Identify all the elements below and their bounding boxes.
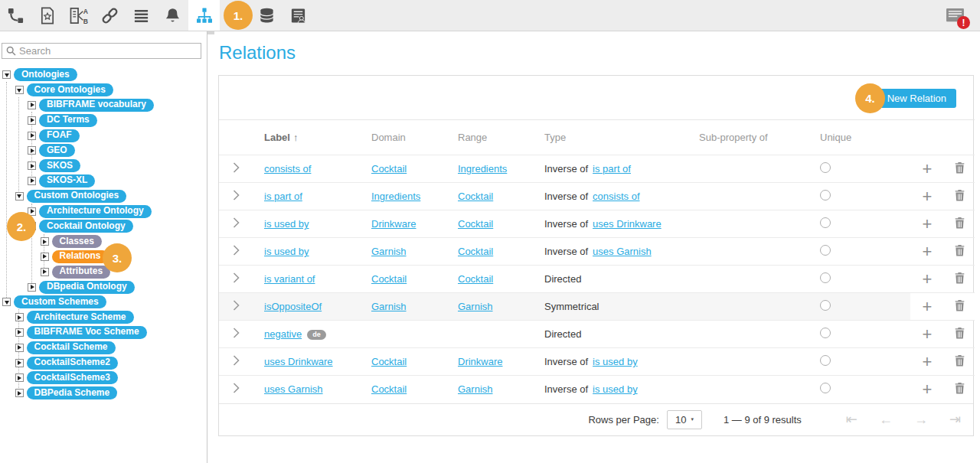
- next-page-button[interactable]: →: [914, 412, 928, 426]
- relation-label-link[interactable]: uses Drinkware: [264, 356, 333, 367]
- domain-link[interactable]: Garnish: [371, 246, 407, 257]
- row-expand-icon[interactable]: [233, 217, 240, 228]
- add-icon[interactable]: +: [923, 324, 933, 344]
- expand-icon[interactable]: [41, 268, 49, 276]
- search-input[interactable]: [19, 45, 197, 57]
- relation-label-link[interactable]: is variant of: [264, 273, 315, 285]
- rename-compare-icon[interactable]: AB: [63, 0, 94, 31]
- trash-icon[interactable]: [955, 272, 965, 284]
- row-expand-icon[interactable]: [233, 190, 240, 201]
- flow-connection-icon[interactable]: [0, 0, 31, 31]
- collapse-icon[interactable]: [15, 86, 24, 94]
- relation-label-link[interactable]: consists of: [264, 163, 311, 174]
- unique-radio[interactable]: [820, 217, 831, 228]
- tree-node-bibframe-voc-scheme[interactable]: BIBFRAME Voc Scheme: [27, 326, 147, 339]
- inverse-relation-link[interactable]: is part of: [593, 163, 631, 174]
- trash-icon[interactable]: [955, 328, 965, 339]
- range-link[interactable]: Ingredients: [458, 163, 507, 174]
- add-icon[interactable]: +: [923, 242, 933, 261]
- inverse-relation-link[interactable]: uses Garnish: [593, 246, 652, 257]
- tree-node-relations[interactable]: Relations: [52, 250, 109, 263]
- expand-icon[interactable]: [28, 146, 36, 155]
- new-relation-button[interactable]: New Relation: [877, 89, 956, 108]
- trash-icon[interactable]: [955, 383, 965, 394]
- add-icon[interactable]: +: [923, 269, 933, 289]
- tree-node-dc-terms[interactable]: DC Terms: [39, 114, 97, 127]
- relation-label-link[interactable]: is used by: [264, 246, 309, 257]
- inverse-relation-link[interactable]: uses Drinkware: [593, 218, 662, 230]
- add-icon[interactable]: +: [923, 214, 933, 233]
- range-link[interactable]: Cocktail: [458, 218, 493, 230]
- relation-label-link[interactable]: uses Garnish: [264, 383, 323, 395]
- tree-node-ontologies[interactable]: Ontologies: [14, 68, 77, 81]
- range-link[interactable]: Cocktail: [458, 191, 493, 202]
- inverse-relation-link[interactable]: is used by: [593, 383, 638, 395]
- unique-radio[interactable]: [820, 190, 831, 201]
- relation-label-link[interactable]: is part of: [264, 191, 302, 202]
- header-label[interactable]: Label↑: [253, 120, 361, 155]
- tree-node-core-ontologies[interactable]: Core Ontologies: [27, 83, 113, 96]
- add-icon[interactable]: +: [923, 380, 933, 399]
- expand-icon[interactable]: [28, 116, 36, 125]
- add-icon[interactable]: +: [923, 159, 933, 178]
- database-icon[interactable]: [251, 0, 283, 31]
- domain-link[interactable]: Cocktail: [371, 383, 407, 395]
- collapse-icon[interactable]: [2, 298, 11, 306]
- add-icon[interactable]: +: [923, 187, 933, 206]
- link-icon[interactable]: [94, 0, 126, 31]
- expand-icon[interactable]: [15, 373, 24, 382]
- expand-icon[interactable]: [15, 313, 24, 321]
- relation-label-link[interactable]: isOppositeOf: [264, 301, 322, 312]
- add-icon[interactable]: +: [923, 297, 933, 316]
- row-expand-icon[interactable]: [233, 272, 240, 283]
- row-expand-icon[interactable]: [233, 245, 240, 256]
- domain-link[interactable]: Garnish: [371, 301, 407, 312]
- tree-node-classes[interactable]: Classes: [52, 235, 102, 248]
- tree-node-architecture-ontology[interactable]: Architecture Ontology: [39, 205, 152, 218]
- expand-icon[interactable]: [15, 328, 24, 337]
- rows-per-page-select[interactable]: 10 ▾: [667, 410, 702, 429]
- row-expand-icon[interactable]: [233, 300, 240, 311]
- tree-node-architecture-scheme[interactable]: Architecture Scheme: [27, 311, 134, 324]
- expand-icon[interactable]: [28, 161, 36, 170]
- tree-node-custom-schemes[interactable]: Custom Schemes: [14, 295, 106, 308]
- header-sub-property-of[interactable]: Sub-property of: [688, 120, 809, 155]
- trash-icon[interactable]: [955, 245, 965, 256]
- unique-radio[interactable]: [820, 162, 831, 173]
- header-unique[interactable]: Unique: [809, 120, 910, 155]
- trash-icon[interactable]: [955, 300, 965, 311]
- collapse-icon[interactable]: [2, 70, 11, 79]
- prev-page-button[interactable]: ←: [879, 412, 893, 426]
- first-page-button[interactable]: ⇤: [846, 412, 858, 426]
- expand-icon[interactable]: [28, 177, 36, 185]
- range-link[interactable]: Drinkware: [458, 356, 503, 367]
- expand-icon[interactable]: [28, 132, 36, 140]
- unique-radio[interactable]: [820, 355, 831, 366]
- inverse-relation-link[interactable]: consists of: [593, 191, 639, 202]
- tree-node-dbpedia-scheme[interactable]: DBPedia Scheme: [27, 386, 118, 399]
- tree-node-skos[interactable]: SKOS: [39, 159, 80, 172]
- domain-link[interactable]: Drinkware: [371, 218, 416, 230]
- expand-icon[interactable]: [28, 283, 36, 292]
- expand-icon[interactable]: [41, 237, 49, 246]
- add-icon[interactable]: +: [923, 352, 933, 371]
- tree-node-cocktail-scheme[interactable]: Cocktail Scheme: [27, 341, 116, 354]
- hierarchy-icon[interactable]: [188, 0, 220, 31]
- collapse-icon[interactable]: [15, 192, 24, 201]
- tree-node-skos-xl[interactable]: SKOS-XL: [39, 174, 95, 187]
- expand-icon[interactable]: [28, 101, 36, 109]
- notifications-bell-icon[interactable]: [157, 0, 188, 31]
- trash-icon[interactable]: [955, 162, 965, 174]
- tree-node-cocktail-ontology[interactable]: Cocktail Ontology: [39, 220, 133, 233]
- domain-link[interactable]: Cocktail: [371, 356, 407, 367]
- range-link[interactable]: Cocktail: [458, 273, 493, 285]
- row-expand-icon[interactable]: [233, 355, 240, 366]
- row-expand-icon[interactable]: [233, 328, 240, 338]
- trash-icon[interactable]: [955, 217, 965, 229]
- relation-label-link[interactable]: is used by: [264, 218, 309, 230]
- range-link[interactable]: Cocktail: [458, 246, 493, 257]
- tree-node-geo[interactable]: GEO: [39, 144, 75, 157]
- unique-radio[interactable]: [820, 383, 831, 393]
- expand-icon[interactable]: [15, 359, 24, 367]
- tree-node-cocktailscheme3[interactable]: CocktailScheme3: [27, 371, 118, 384]
